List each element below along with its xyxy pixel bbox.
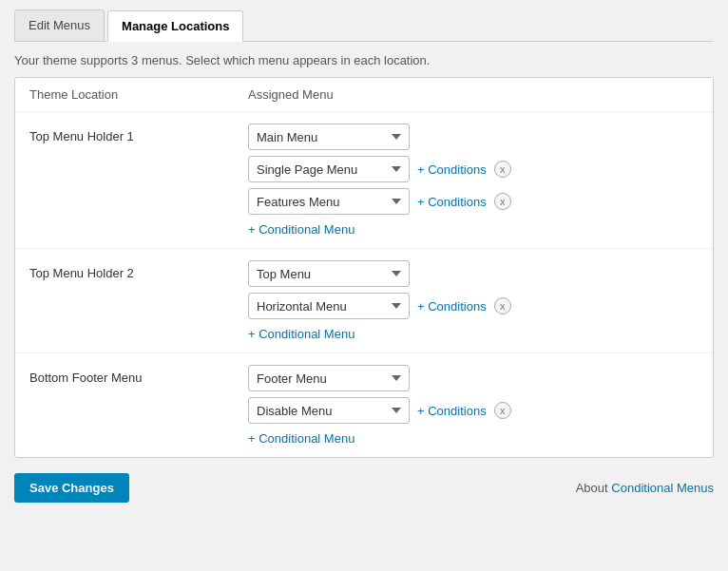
tabs-container: Edit Menus Manage Locations — [14, 10, 714, 42]
page-wrapper: Edit Menus Manage Locations Your theme s… — [0, 0, 728, 521]
menu-row-main: Main Menu Single Page Menu Features Menu… — [248, 124, 699, 150]
conditional-menus-link[interactable]: Conditional Menus — [611, 481, 714, 495]
add-conditional-top-1[interactable]: + Conditional Menu — [248, 222, 699, 237]
menu-row-disable: Main Menu Single Page Menu Features Menu… — [248, 397, 699, 424]
menu-row-horizontal: Main Menu Single Page Menu Features Menu… — [248, 293, 699, 319]
location-name-top-2: Top Menu Holder 2 — [29, 260, 248, 280]
menu-select-horizontal[interactable]: Main Menu Single Page Menu Features Menu… — [248, 293, 410, 319]
add-conditional-top-2[interactable]: + Conditional Menu — [248, 327, 699, 341]
tab-manage-locations[interactable]: Manage Locations — [107, 10, 243, 42]
location-name-top-1: Top Menu Holder 1 — [29, 124, 248, 143]
menu-assignments-top-1: Main Menu Single Page Menu Features Menu… — [248, 124, 699, 237]
col-theme-location: Theme Location — [29, 87, 248, 102]
remove-btn-horizontal[interactable]: x — [494, 297, 511, 314]
col-assigned-menu: Assigned Menu — [248, 87, 699, 102]
menu-row-single-page: Main Menu Single Page Menu Features Menu… — [248, 156, 699, 182]
menu-select-main[interactable]: Main Menu Single Page Menu Features Menu… — [248, 124, 410, 150]
remove-btn-single-page[interactable]: x — [494, 161, 511, 178]
save-changes-button[interactable]: Save Changes — [14, 473, 129, 503]
location-row-top-menu-1: Top Menu Holder 1 Main Menu Single Page … — [15, 112, 713, 249]
tab-edit-menus[interactable]: Edit Menus — [14, 10, 105, 41]
menu-select-footer[interactable]: Main Menu Single Page Menu Features Menu… — [248, 365, 410, 391]
menu-row-features: Main Menu Single Page Menu Features Menu… — [248, 188, 699, 215]
remove-btn-features[interactable]: x — [494, 193, 511, 210]
menu-row-footer: Main Menu Single Page Menu Features Menu… — [248, 365, 699, 391]
menu-assignments-footer: Main Menu Single Page Menu Features Menu… — [248, 365, 699, 446]
menu-row-top: Main Menu Single Page Menu Features Menu… — [248, 260, 699, 287]
location-row-footer: Bottom Footer Menu Main Menu Single Page… — [15, 353, 713, 457]
page-description: Your theme supports 3 menus. Select whic… — [14, 53, 714, 67]
conditions-link-horizontal[interactable]: + Conditions — [417, 299, 487, 314]
menu-select-top[interactable]: Main Menu Single Page Menu Features Menu… — [248, 260, 410, 287]
table-header: Theme Location Assigned Menu — [15, 78, 713, 112]
location-name-footer: Bottom Footer Menu — [29, 365, 248, 385]
menu-select-features[interactable]: Main Menu Single Page Menu Features Menu… — [248, 188, 410, 215]
menu-select-disable[interactable]: Main Menu Single Page Menu Features Menu… — [248, 397, 410, 424]
about-text: About Conditional Menus — [576, 481, 714, 495]
conditions-link-features[interactable]: + Conditions — [417, 195, 487, 209]
conditions-link-disable[interactable]: + Conditions — [417, 404, 487, 418]
conditions-link-single-page[interactable]: + Conditions — [417, 162, 487, 177]
location-row-top-menu-2: Top Menu Holder 2 Main Menu Single Page … — [15, 249, 713, 353]
add-conditional-footer[interactable]: + Conditional Menu — [248, 431, 699, 446]
remove-btn-disable[interactable]: x — [494, 402, 511, 419]
locations-table: Theme Location Assigned Menu Top Menu Ho… — [14, 77, 714, 458]
menu-select-single-page[interactable]: Main Menu Single Page Menu Features Menu… — [248, 156, 410, 182]
menu-assignments-top-2: Main Menu Single Page Menu Features Menu… — [248, 260, 699, 341]
page-footer: Save Changes About Conditional Menus — [14, 469, 714, 506]
